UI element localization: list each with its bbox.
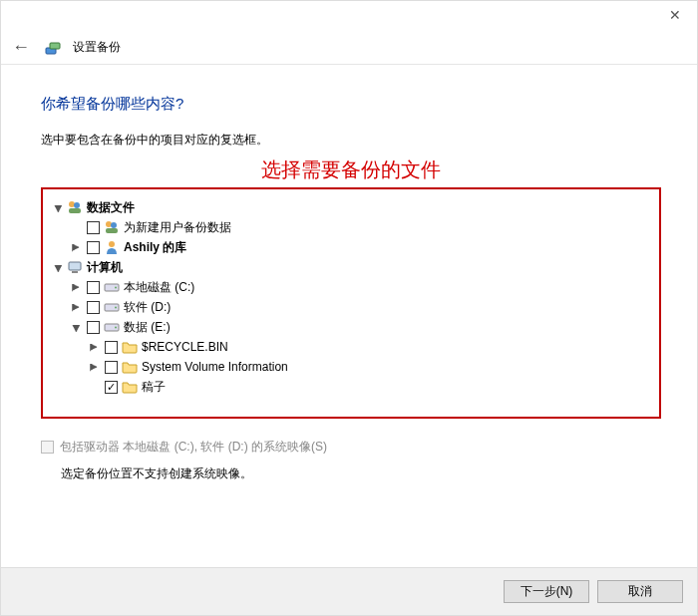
svg-rect-10 xyxy=(72,271,78,273)
expand-icon[interactable] xyxy=(69,302,83,313)
svg-point-14 xyxy=(115,307,117,309)
svg-point-8 xyxy=(109,241,115,247)
tree-node-drive-e[interactable]: 数据 (E:) xyxy=(49,317,653,337)
next-button[interactable]: 下一步(N) xyxy=(504,580,589,603)
tree-node-data-files[interactable]: 数据文件 xyxy=(49,197,653,217)
tree-node-drive-c[interactable]: 本地磁盘 (C:) xyxy=(49,277,653,297)
tree-node-drive-d[interactable]: 软件 (D:) xyxy=(49,297,653,317)
drive-icon xyxy=(104,299,120,315)
checkbox[interactable] xyxy=(87,281,100,294)
users-icon xyxy=(104,219,120,235)
note-text: 选定备份位置不支持创建系统映像。 xyxy=(61,465,661,482)
svg-point-6 xyxy=(111,222,117,228)
checkbox[interactable] xyxy=(105,361,118,374)
header: ← 设置备份 xyxy=(1,31,697,65)
checkbox[interactable] xyxy=(105,341,118,354)
svg-point-16 xyxy=(115,327,117,329)
folder-icon xyxy=(122,359,138,375)
tree-label: 软件 (D:) xyxy=(124,299,171,316)
tree-label: $RECYCLE.BIN xyxy=(142,340,228,354)
computer-icon xyxy=(67,259,83,275)
tree-node-gaozi[interactable]: 稿子 xyxy=(49,377,653,397)
back-button[interactable]: ← xyxy=(9,37,33,58)
instruction-text: 选中要包含在备份中的项目对应的复选框。 xyxy=(41,132,661,149)
checkbox[interactable] xyxy=(87,221,100,234)
tree-node-recycle[interactable]: $RECYCLE.BIN xyxy=(49,337,653,357)
cancel-button[interactable]: 取消 xyxy=(597,580,683,603)
user-icon xyxy=(104,239,120,255)
tree-node-svi[interactable]: System Volume Information xyxy=(49,357,653,377)
checkbox[interactable] xyxy=(87,241,100,254)
tree-label: 为新建用户备份数据 xyxy=(124,219,231,236)
svg-rect-4 xyxy=(69,208,81,213)
tree-node-new-user[interactable]: 为新建用户备份数据 xyxy=(49,217,653,237)
drive-icon xyxy=(104,319,120,335)
tree-label: 本地磁盘 (C:) xyxy=(124,279,194,296)
close-icon: ✕ xyxy=(669,7,681,23)
backup-icon xyxy=(45,40,61,56)
footer: 下一步(N) 取消 xyxy=(1,567,697,615)
include-image-label: 包括驱动器 本地磁盘 (C:), 软件 (D:) 的系统映像(S) xyxy=(60,439,327,456)
tree-label: 稿子 xyxy=(142,379,166,396)
annotation-label: 选择需要备份的文件 xyxy=(41,156,661,183)
svg-rect-9 xyxy=(69,262,81,270)
tree-label: 数据文件 xyxy=(87,199,135,216)
folder-icon xyxy=(122,339,138,355)
backup-tree: 数据文件 为新建用户备份数据 Ashily 的库 计算机 xyxy=(41,187,661,419)
checkbox[interactable] xyxy=(87,301,100,314)
tree-node-ashily[interactable]: Ashily 的库 xyxy=(49,237,653,257)
checkbox[interactable] xyxy=(105,381,118,394)
expand-icon[interactable] xyxy=(51,202,65,213)
checkbox[interactable] xyxy=(87,321,100,334)
tree-label: Ashily 的库 xyxy=(124,239,186,256)
close-button[interactable]: ✕ xyxy=(652,1,697,29)
svg-point-5 xyxy=(106,221,112,227)
include-image-checkbox xyxy=(41,441,54,454)
expand-icon[interactable] xyxy=(69,282,83,293)
expand-icon[interactable] xyxy=(51,262,65,273)
svg-point-12 xyxy=(115,287,117,289)
users-icon xyxy=(67,199,83,215)
svg-rect-1 xyxy=(50,43,60,49)
page-title: 设置备份 xyxy=(73,39,121,56)
expand-icon[interactable] xyxy=(69,322,83,333)
tree-label: System Volume Information xyxy=(142,360,288,374)
expand-icon[interactable] xyxy=(87,362,101,373)
tree-node-computer[interactable]: 计算机 xyxy=(49,257,653,277)
svg-rect-7 xyxy=(106,228,118,233)
expand-icon[interactable] xyxy=(69,242,83,253)
tree-label: 计算机 xyxy=(87,259,123,276)
svg-point-2 xyxy=(69,201,75,207)
svg-point-3 xyxy=(74,202,80,208)
folder-icon xyxy=(122,379,138,395)
tree-label: 数据 (E:) xyxy=(124,319,171,336)
expand-icon[interactable] xyxy=(87,342,101,353)
heading-question: 你希望备份哪些内容? xyxy=(41,95,661,114)
drive-icon xyxy=(104,279,120,295)
